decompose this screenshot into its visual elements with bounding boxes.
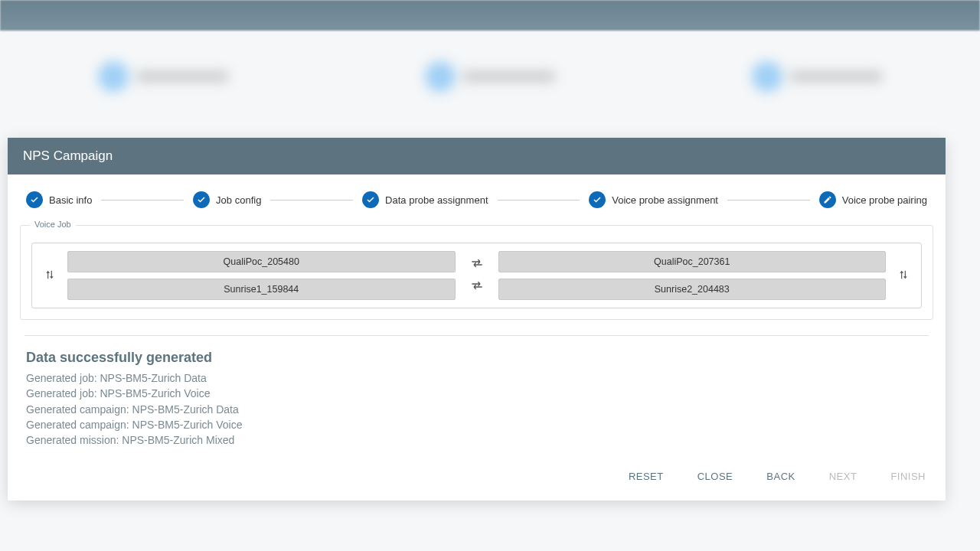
step-label: Job config: [216, 194, 261, 206]
step-connector: [270, 200, 353, 201]
result-line: Generated job: NPS-BM5-Zurich Voice: [26, 386, 927, 401]
back-button[interactable]: BACK: [765, 468, 796, 485]
wizard-footer: RESET CLOSE BACK NEXT FINISH: [8, 455, 946, 500]
probe-button[interactable]: QualiPoc_205480: [67, 251, 456, 272]
wizard-stepper: Basic info Job config Data probe assignm…: [8, 174, 946, 225]
sort-right-column: [892, 269, 915, 282]
step-label: Voice probe assignment: [612, 194, 718, 206]
close-button[interactable]: CLOSE: [696, 468, 735, 485]
results-section: Data successfully generated Generated jo…: [8, 336, 946, 455]
right-probe-column: QualiPoc_207361 Sunrise2_204483: [498, 251, 887, 300]
check-icon: [26, 191, 43, 208]
step-connector: [101, 200, 184, 201]
step-label: Voice probe pairing: [842, 194, 927, 206]
probe-pairing-box: QualiPoc_205480 Sunrise1_159844 QualiPoc…: [31, 243, 922, 308]
results-title: Data successfully generated: [26, 350, 927, 366]
step-voice-probe-assignment[interactable]: Voice probe assignment: [589, 191, 718, 208]
check-icon: [193, 191, 210, 208]
result-line: Generated campaign: NPS-BM5-Zurich Data: [26, 402, 927, 417]
result-line: Generated job: NPS-BM5-Zurich Data: [26, 370, 927, 386]
swap-column: [462, 259, 492, 292]
step-basic-info[interactable]: Basic info: [26, 191, 92, 208]
step-data-probe-assignment[interactable]: Data probe assignment: [362, 191, 488, 208]
voice-job-section: Voice Job QualiPoc_205480 Sunrise1_15984…: [20, 225, 933, 320]
result-line: Generated campaign: NPS-BM5-Zurich Voice: [26, 417, 927, 432]
reset-button[interactable]: RESET: [627, 468, 665, 485]
edit-icon: [819, 191, 836, 208]
swap-icon[interactable]: [471, 259, 483, 270]
left-probe-column: QualiPoc_205480 Sunrise1_159844: [67, 251, 456, 300]
probe-button[interactable]: Sunrise1_159844: [67, 279, 456, 300]
probe-button[interactable]: Sunrise2_204483: [498, 279, 887, 300]
sort-icon[interactable]: [898, 269, 909, 282]
campaign-wizard-modal: NPS Campaign Basic info Job config Data …: [8, 138, 946, 500]
step-connector: [727, 200, 810, 201]
next-button: NEXT: [828, 468, 859, 485]
app-top-bar: [0, 0, 980, 31]
check-icon: [589, 191, 606, 208]
check-icon: [362, 191, 379, 208]
swap-icon[interactable]: [471, 281, 483, 292]
step-label: Data probe assignment: [385, 194, 488, 206]
step-job-config[interactable]: Job config: [193, 191, 261, 208]
result-line: Generated mission: NPS-BM5-Zurich Mixed: [26, 432, 927, 448]
sort-left-column: [38, 269, 61, 282]
background-blur-row: [0, 31, 980, 122]
modal-title: NPS Campaign: [8, 138, 946, 174]
finish-button: FINISH: [889, 468, 927, 485]
sort-icon[interactable]: [44, 269, 55, 282]
probe-button[interactable]: QualiPoc_207361: [498, 251, 887, 272]
step-label: Basic info: [49, 194, 92, 206]
section-label: Voice Job: [30, 220, 76, 229]
step-connector: [498, 200, 580, 201]
step-voice-probe-pairing[interactable]: Voice probe pairing: [819, 191, 927, 208]
